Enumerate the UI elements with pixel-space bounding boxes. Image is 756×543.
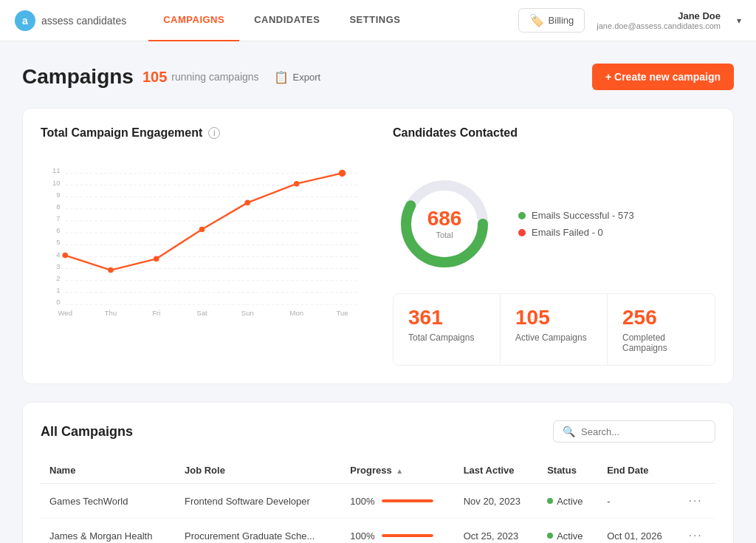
engagement-chart: 0 1 2 3 4 5 6 7 8 9 10 11 [41, 154, 363, 317]
search-input[interactable] [581, 426, 706, 437]
row-end-date: - [598, 484, 679, 519]
user-name: Jane Doe [678, 10, 721, 21]
svg-text:10: 10 [52, 179, 61, 187]
progress-bar [382, 499, 433, 502]
svg-point-28 [244, 200, 250, 206]
svg-point-27 [199, 227, 205, 233]
create-campaign-button[interactable]: + Create new campaign [592, 64, 734, 90]
user-email: jane.doe@assess.candidates.com [597, 21, 721, 30]
row-job-role: Frontend Software Developer [176, 484, 341, 519]
row-more[interactable]: ··· [679, 519, 715, 544]
search-box[interactable]: 🔍 [553, 420, 715, 443]
svg-text:3: 3 [56, 262, 60, 270]
stat-total-campaigns: 361 Total Campaigns [394, 294, 501, 365]
status-label: Active [557, 496, 583, 507]
sort-arrow-icon: ▲ [396, 467, 403, 475]
svg-text:0: 0 [56, 298, 60, 306]
col-last-active: Last Active [455, 457, 538, 484]
nav-candidates[interactable]: CANDIDATES [239, 0, 334, 41]
svg-text:4: 4 [56, 250, 60, 259]
stat-total-number: 361 [408, 306, 485, 329]
donut-row: 686 Total Emails Successful - 573 Emails… [393, 172, 715, 276]
nav-settings[interactable]: SETTINGS [334, 0, 415, 41]
donut-label: Total [427, 230, 462, 239]
candidates-title: Candidates Contacted [393, 126, 715, 140]
billing-button[interactable]: 🏷️ Billing [518, 8, 585, 33]
page-title-bar: Campaigns 105 running campaigns 📋 Export… [22, 64, 734, 90]
stat-completed-campaigns: 256 Completed Campaigns [608, 294, 715, 365]
row-last-active: Oct 25, 2023 [455, 519, 538, 544]
header-right: 🏷️ Billing Jane Doe jane.doe@assess.cand… [518, 8, 741, 33]
stat-completed-number: 256 [622, 306, 700, 329]
row-last-active: Nov 20, 2023 [455, 484, 538, 519]
progress-text: 100% [350, 530, 376, 542]
row-progress: 100% [341, 519, 454, 544]
campaigns-table: Name Job Role Progress ▲ Last Active Sta… [41, 457, 715, 543]
engagement-card: Total Campaign Engagement i 0 1 2 3 4 5 … [22, 108, 734, 384]
stat-active-number: 105 [515, 306, 592, 329]
svg-text:1: 1 [56, 286, 60, 294]
col-progress[interactable]: Progress ▲ [341, 457, 454, 484]
header: assess candidates CAMPAIGNS CANDIDATES S… [0, 0, 756, 41]
progress-fill [382, 534, 433, 537]
more-icon[interactable]: ··· [688, 494, 702, 507]
billing-label: Billing [549, 15, 574, 26]
table-header: All Campaigns 🔍 [41, 420, 715, 443]
main-nav: CAMPAIGNS CANDIDATES SETTINGS [148, 0, 518, 41]
engagement-title: Total Campaign Engagement i [41, 126, 363, 140]
user-info: Jane Doe jane.doe@assess.candidates.com [597, 10, 721, 30]
stat-total-label: Total Campaigns [408, 332, 485, 343]
info-icon[interactable]: i [208, 127, 220, 139]
svg-point-25 [108, 267, 114, 273]
page-title: Campaigns [22, 65, 134, 89]
logo: assess candidates [15, 10, 126, 31]
table-row: James & Morgan Health Procurement Gradua… [41, 519, 715, 544]
nav-campaigns[interactable]: CAMPAIGNS [148, 0, 239, 41]
stat-completed-label: Completed Campaigns [622, 332, 700, 353]
svg-text:Tue: Tue [336, 309, 348, 317]
engagement-grid: Total Campaign Engagement i 0 1 2 3 4 5 … [41, 126, 715, 366]
col-end-date: End Date [598, 457, 679, 484]
svg-point-24 [62, 253, 68, 259]
chevron-down-icon[interactable]: ▾ [737, 16, 741, 26]
svg-text:Sat: Sat [196, 309, 207, 317]
legend-item-failed: Emails Failed - 0 [518, 227, 634, 238]
donut-center: 686 Total [427, 208, 462, 239]
status-dot-icon [547, 533, 553, 539]
logo-text: assess candidates [41, 15, 126, 27]
legend: Emails Successful - 573 Emails Failed - … [518, 210, 634, 238]
col-actions [679, 457, 715, 484]
svg-text:7: 7 [56, 214, 60, 222]
candidates-section: Candidates Contacted 686 Tota [393, 126, 715, 366]
status-label: Active [557, 530, 583, 542]
success-dot [518, 212, 526, 219]
row-status: Active [538, 519, 598, 544]
stats-row: 361 Total Campaigns 105 Active Campaigns… [393, 293, 715, 366]
col-status: Status [538, 457, 598, 484]
svg-text:11: 11 [52, 166, 61, 174]
row-name: Games TechWorld [41, 484, 176, 519]
svg-point-26 [154, 256, 159, 262]
legend-failed-label: Emails Failed - 0 [532, 227, 603, 238]
svg-text:Sun: Sun [241, 309, 254, 317]
status-dot-icon [547, 498, 553, 504]
campaigns-table-card: All Campaigns 🔍 Name Job Role Progress ▲… [22, 402, 734, 543]
col-job-role: Job Role [176, 457, 341, 484]
svg-text:6: 6 [56, 226, 60, 234]
running-label: running campaigns [171, 71, 258, 83]
row-more[interactable]: ··· [679, 484, 715, 519]
row-job-role: Procurement Graduate Sche... [176, 519, 341, 544]
stat-active-campaigns: 105 Active Campaigns [501, 294, 608, 365]
svg-text:8: 8 [56, 202, 60, 211]
failed-dot [518, 229, 526, 236]
more-icon[interactable]: ··· [688, 529, 702, 542]
billing-icon: 🏷️ [529, 13, 544, 27]
row-end-date: Oct 01, 2026 [598, 519, 679, 544]
export-label: Export [293, 72, 321, 83]
svg-point-30 [339, 170, 346, 177]
progress-text: 100% [350, 496, 376, 507]
search-icon: 🔍 [563, 426, 575, 437]
svg-text:Fri: Fri [152, 309, 160, 317]
export-button[interactable]: 📋 Export [274, 70, 321, 84]
row-status: Active [538, 484, 598, 519]
